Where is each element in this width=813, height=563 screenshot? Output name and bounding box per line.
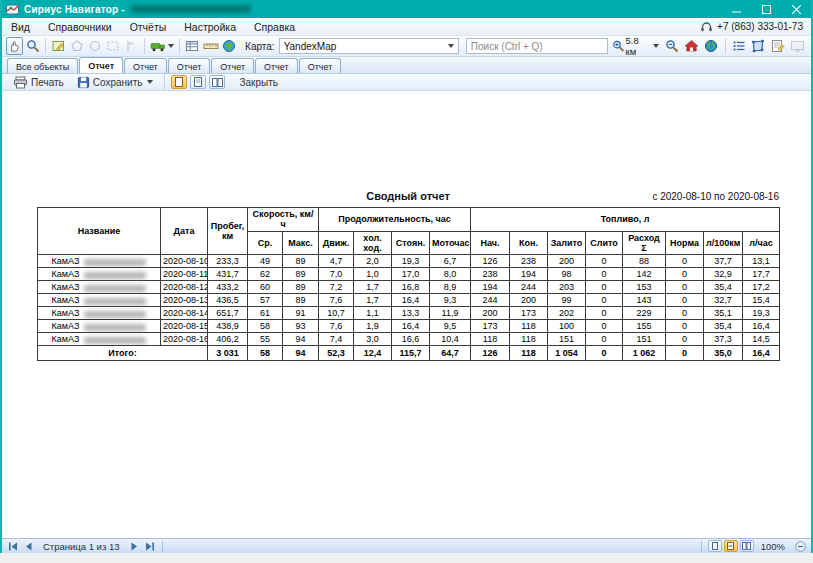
value-cell: 16,4	[743, 320, 780, 333]
value-cell: 202	[548, 307, 586, 320]
total-value-cell: 16,4	[743, 346, 780, 361]
value-cell: 1,1	[354, 307, 392, 320]
notes-button[interactable]	[769, 37, 788, 55]
zoom-fit-width-button[interactable]	[724, 540, 738, 552]
monitor-icon	[790, 40, 805, 53]
select-area-button[interactable]	[105, 37, 122, 55]
report-toolbar: Печать Сохранить	[2, 74, 811, 91]
value-cell: 0	[586, 320, 623, 333]
menu-item-settings[interactable]: Настройка	[175, 19, 245, 35]
last-page-button[interactable]	[142, 540, 158, 553]
date-cell: 2020-08-15	[161, 320, 208, 333]
view-two-pages-button[interactable]	[209, 75, 225, 89]
prev-page-button[interactable]	[21, 540, 37, 553]
edit-map-button[interactable]	[50, 37, 67, 55]
value-cell: 9,5	[430, 320, 471, 333]
print-button[interactable]: Печать	[8, 74, 69, 91]
value-cell: 244	[510, 281, 548, 294]
value-cell: 35,4	[704, 320, 743, 333]
col-header-fuel-per100: л/100км	[704, 231, 743, 255]
table-row: КамАЗ2020-08-12433,260897,21,716,88,9194…	[38, 281, 780, 294]
first-page-button[interactable]	[5, 540, 21, 553]
geozones-button[interactable]	[749, 37, 768, 55]
tab-report-2[interactable]: Отчет	[124, 58, 167, 73]
vehicle-name-cell: КамАЗ	[38, 294, 161, 307]
pan-tool-button[interactable]	[6, 37, 23, 55]
value-cell: 0	[586, 281, 623, 294]
map-layers-button[interactable]	[221, 37, 238, 55]
value-cell: 118	[510, 333, 548, 346]
home-view-button[interactable]	[682, 37, 701, 55]
legend-button[interactable]	[729, 37, 748, 55]
col-header-name: Название	[38, 208, 161, 255]
magnifier-icon	[26, 39, 40, 53]
zoom-percent: 100%	[761, 541, 785, 552]
menu-item-reports[interactable]: Отчёты	[121, 19, 176, 35]
status-bar: Страница 1 из 13 100%	[2, 538, 811, 553]
next-page-button[interactable]	[126, 540, 142, 553]
map-provider-select[interactable]: YandexMap	[279, 38, 459, 54]
toolbar-separator	[164, 74, 165, 90]
draw-circle-button[interactable]	[87, 37, 104, 55]
tab-report-4[interactable]: Отчет	[211, 58, 254, 73]
toolbar-separator	[144, 38, 145, 54]
zoom-multi-page-button[interactable]	[740, 540, 754, 552]
vehicle-name: КамАЗ	[52, 269, 80, 279]
tab-report-6[interactable]: Отчет	[299, 58, 342, 73]
minimize-button[interactable]	[721, 0, 751, 18]
total-value-cell: 0	[586, 346, 623, 361]
value-cell: 118	[510, 320, 548, 333]
close-report-label: Закрыть	[239, 77, 278, 88]
value-cell: 143	[623, 294, 666, 307]
redacted-plate	[84, 311, 146, 318]
find-object-button[interactable]	[24, 37, 41, 55]
value-cell: 194	[510, 268, 548, 281]
flag-marker-button[interactable]	[123, 37, 140, 55]
chevron-down-icon	[448, 44, 454, 48]
value-cell: 35,4	[704, 281, 743, 294]
report-page-area: Сводный отчет с 2020-08-10 по 2020-08-16…	[2, 91, 811, 538]
view-fit-width-button[interactable]	[190, 75, 206, 89]
tab-report-5[interactable]: Отчет	[255, 58, 298, 73]
view-single-page-button[interactable]	[171, 75, 187, 89]
value-cell: 1,7	[354, 294, 392, 307]
tab-all-objects[interactable]: Все объекты	[7, 58, 78, 73]
tab-report-1[interactable]: Отчет	[79, 57, 123, 73]
menu-item-directories[interactable]: Справочники	[39, 19, 121, 35]
value-cell: 4,7	[319, 255, 354, 268]
whole-map-button[interactable]	[702, 37, 721, 55]
search-input[interactable]	[466, 38, 608, 54]
menu-item-view[interactable]: Вид	[2, 19, 39, 35]
vehicles-menu-button[interactable]	[149, 37, 175, 55]
col-header-fuel-consumed: Расход Σ	[623, 231, 666, 255]
maximize-button[interactable]	[751, 0, 781, 18]
fullscreen-button[interactable]	[788, 37, 807, 55]
zoom-in-button[interactable]: 5.8 км	[609, 37, 662, 55]
value-cell: 0	[666, 320, 704, 333]
zoom-page-view-button[interactable]	[708, 540, 722, 552]
value-cell: 118	[471, 333, 510, 346]
value-cell: 436,5	[208, 294, 248, 307]
desktop-background	[0, 553, 813, 563]
date-cell: 2020-08-16	[161, 333, 208, 346]
close-button[interactable]	[781, 0, 811, 18]
vehicle-name-cell: КамАЗ	[38, 320, 161, 333]
total-value-cell: 35,0	[704, 346, 743, 361]
close-report-button[interactable]: Закрыть	[234, 75, 283, 90]
ruler-tool-button[interactable]	[202, 37, 220, 55]
draw-polygon-button[interactable]	[68, 37, 85, 55]
report-table-body: КамАЗ2020-08-10233,349894,72,019,36,7126…	[38, 255, 780, 361]
value-cell: 49	[248, 255, 283, 268]
globe-layers-icon	[222, 39, 236, 53]
circle-icon	[88, 39, 102, 53]
value-cell: 200	[548, 255, 586, 268]
date-cell: 2020-08-13	[161, 294, 208, 307]
save-button[interactable]: Сохранить	[72, 74, 159, 91]
value-cell: 0	[666, 294, 704, 307]
tab-report-3[interactable]: Отчет	[168, 58, 211, 73]
zoom-out-button[interactable]	[663, 37, 682, 55]
zoom-decrease-button[interactable]	[792, 540, 808, 553]
data-panel-button[interactable]	[184, 37, 201, 55]
vehicle-name-cell: КамАЗ	[38, 268, 161, 281]
menu-item-help[interactable]: Справка	[245, 19, 304, 35]
